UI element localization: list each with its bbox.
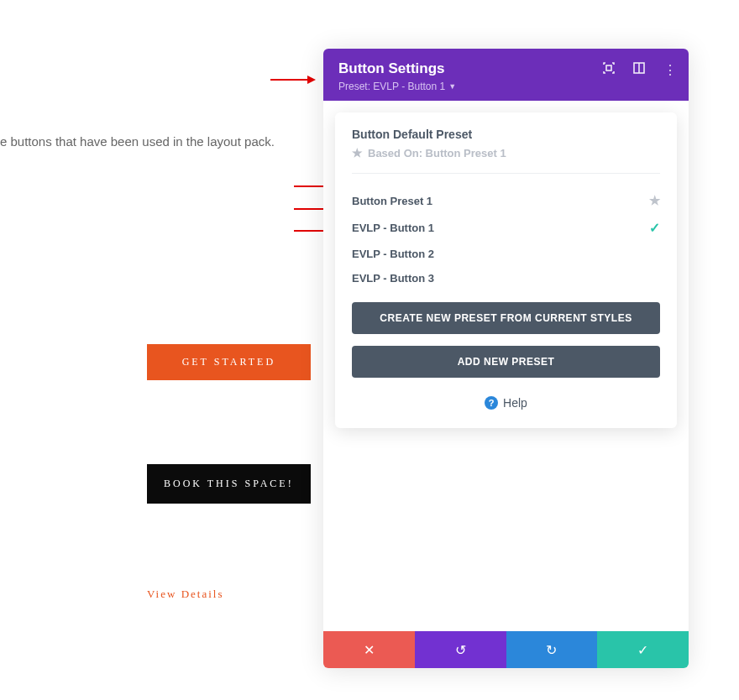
add-preset-button[interactable]: ADD NEW PRESET	[352, 346, 660, 378]
close-icon: ✕	[364, 642, 375, 658]
check-icon: ✓	[637, 642, 648, 658]
redo-button[interactable]: ↻	[506, 631, 598, 668]
default-preset-title: Button Default Preset	[352, 128, 660, 141]
header-icon-group	[603, 62, 677, 77]
help-icon: ?	[485, 396, 498, 410]
confirm-button[interactable]: ✓	[597, 631, 689, 668]
divider	[352, 173, 660, 174]
preset-item[interactable]: EVLP - Button 3	[352, 266, 660, 290]
star-icon[interactable]: ★	[649, 193, 660, 208]
columns-icon[interactable]	[633, 62, 645, 77]
cancel-button[interactable]: ✕	[323, 631, 415, 668]
based-on-row: ★ Based On: Button Preset 1	[352, 146, 660, 159]
expand-icon[interactable]	[603, 62, 615, 77]
get-started-button[interactable]: GET STARTED	[147, 344, 311, 380]
panel-footer: ✕ ↺ ↻ ✓	[323, 631, 689, 668]
svg-marker-1	[307, 76, 316, 84]
view-details-link[interactable]: View Details	[147, 588, 311, 601]
preset-item-label: EVLP - Button 1	[352, 222, 434, 234]
preset-item-label: EVLP - Button 3	[352, 272, 434, 285]
preset-dropdown-card: Button Default Preset ★ Based On: Button…	[335, 112, 677, 428]
preset-item-label: EVLP - Button 2	[352, 248, 434, 260]
based-on-text: Based On: Button Preset 1	[368, 147, 506, 159]
panel-body	[323, 428, 689, 631]
book-this-space-button[interactable]: BOOK THIS SPACE!	[147, 464, 311, 504]
check-icon: ✓	[649, 220, 660, 236]
annotation-arrow	[270, 76, 316, 84]
menu-vdots-icon[interactable]	[663, 65, 677, 75]
star-icon: ★	[352, 146, 363, 159]
svg-rect-8	[606, 65, 611, 71]
caret-down-icon: ▼	[448, 82, 456, 91]
preset-dropdown-trigger[interactable]: Preset: EVLP - Button 1 ▼	[338, 81, 673, 92]
preset-list: Button Preset 1 ★ EVLP - Button 1 ✓ EVLP…	[352, 187, 660, 290]
redo-icon: ↻	[546, 642, 557, 658]
preset-item[interactable]: EVLP - Button 1 ✓	[352, 214, 660, 242]
button-settings-panel: Button Settings Preset: EVLP - Button 1 …	[323, 49, 689, 668]
help-label: Help	[503, 396, 527, 410]
description-text: e buttons that have been used in the lay…	[0, 134, 275, 149]
page-description-block: e buttons that have been used in the lay…	[0, 134, 336, 149]
example-buttons-group: GET STARTED BOOK THIS SPACE! View Detail…	[147, 344, 311, 601]
panel-header: Button Settings Preset: EVLP - Button 1 …	[323, 49, 689, 101]
preset-item[interactable]: EVLP - Button 2	[352, 242, 660, 266]
help-link[interactable]: ? Help	[352, 396, 660, 410]
preset-item[interactable]: Button Preset 1 ★	[352, 187, 660, 214]
create-preset-button[interactable]: CREATE NEW PRESET FROM CURRENT STYLES	[352, 302, 660, 334]
undo-icon: ↺	[455, 642, 466, 658]
preset-item-label: Button Preset 1	[352, 195, 432, 207]
preset-label: Preset: EVLP - Button 1	[338, 81, 445, 92]
undo-button[interactable]: ↺	[415, 631, 506, 668]
